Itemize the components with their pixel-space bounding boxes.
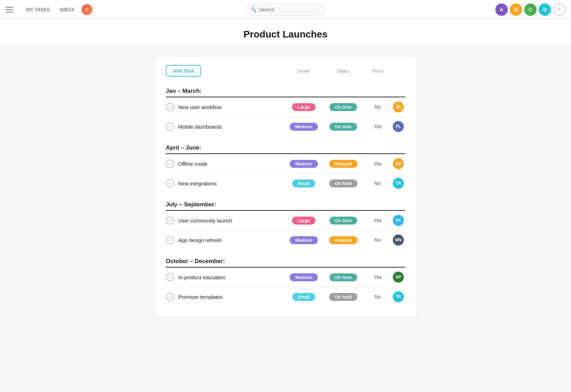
avatar-2[interactable]: B [510, 3, 522, 16]
task-name: Mobile dashboards [178, 124, 285, 130]
task-checkbox[interactable]: ✓ [166, 273, 174, 281]
search-container: 🔍 [247, 3, 325, 16]
task-press-cell: Yes [364, 161, 391, 166]
task-avatar[interactable]: TR [393, 178, 404, 189]
task-checkbox[interactable]: ✓ [166, 293, 174, 301]
task-avatar-cell: AM [391, 158, 405, 169]
task-checkbox[interactable]: ✓ [166, 179, 174, 187]
status-badge: On time [330, 217, 357, 225]
content-card: Add Task Scope Status Press Jan – March:… [155, 57, 416, 317]
task-columns: Large On time Yes DK [285, 215, 405, 226]
task-press-cell: No [364, 181, 391, 186]
task-row-3-1: ✓ Premium templates Small On hold No TR [166, 287, 405, 306]
scope-badge: Medium [290, 160, 317, 168]
task-columns: Small On hold No TR [285, 178, 405, 189]
status-badge: On hold [329, 293, 357, 301]
my-tasks-link[interactable]: MY TASKS [22, 5, 54, 14]
task-name: Offline mode [178, 161, 285, 167]
scope-badge: Small [292, 293, 315, 301]
scope-badge: Large [292, 103, 315, 111]
status-badge: On time [330, 123, 357, 131]
page-title: Product Launches [0, 29, 571, 40]
task-avatar-cell: SP [391, 272, 405, 283]
section-title-2: July – September: [166, 196, 405, 211]
task-scope-cell: Small [285, 179, 323, 187]
task-scope-cell: Medium [285, 160, 323, 168]
status-badge: Delayed [329, 236, 357, 244]
task-scope-cell: Large [285, 103, 323, 111]
task-avatar[interactable]: DK [393, 215, 404, 226]
scope-badge: Medium [290, 123, 317, 131]
task-checkbox[interactable]: ✓ [166, 236, 174, 244]
section-title-0: Jan – March: [166, 82, 405, 97]
col-header-scope: Scope [285, 68, 323, 74]
task-columns: Medium On time Yes SP [285, 272, 405, 283]
scope-badge: Medium [290, 236, 317, 244]
task-avatar-cell: TR [391, 178, 405, 189]
column-headers: Scope Status Press [285, 68, 405, 74]
hamburger-menu[interactable] [6, 4, 17, 15]
add-member-button[interactable]: + [553, 3, 565, 16]
task-columns: Large On time No JK [285, 101, 405, 112]
scope-badge: Large [292, 217, 315, 225]
task-columns: Small On hold No TR [285, 291, 405, 302]
search-icon: 🔍 [251, 7, 257, 12]
status-badge: On time [330, 273, 357, 281]
task-avatar-cell: JK [391, 101, 405, 112]
task-status-cell: On hold [323, 179, 364, 187]
section-title-1: April – June: [166, 139, 405, 154]
task-avatar[interactable]: JK [393, 101, 404, 112]
task-press-cell: Yes [364, 218, 391, 223]
task-columns: Medium On time Yes PL [285, 121, 405, 132]
task-row-3-0: ✓ In-product education Medium On time Ye… [166, 268, 405, 287]
task-scope-cell: Medium [285, 123, 323, 131]
sections-container: Jan – March: ✓ New user workflow Large O… [166, 82, 405, 306]
avatar-4[interactable]: D [539, 3, 551, 16]
task-avatar-cell: TR [391, 291, 405, 302]
search-input[interactable] [247, 3, 325, 16]
add-button[interactable]: + [82, 4, 93, 15]
task-avatar-cell: DK [391, 215, 405, 226]
scope-badge: Medium [290, 273, 317, 281]
col-header-status: Status [323, 68, 364, 74]
scope-badge: Small [292, 179, 315, 187]
task-status-cell: On time [323, 123, 364, 131]
task-name: App design refresh [178, 237, 285, 243]
task-checkbox[interactable]: ✓ [166, 160, 174, 168]
section-3: October – December: ✓ In-product educati… [166, 252, 405, 306]
section-title-3: October – December: [166, 252, 405, 268]
task-press-cell: No [364, 104, 391, 110]
task-row-0-1: ✓ Mobile dashboards Medium On time Yes P… [166, 117, 405, 136]
status-badge: Delayed [329, 160, 357, 168]
task-avatar[interactable]: AM [393, 158, 404, 169]
toolbar: Add Task Scope Status Press [166, 65, 405, 77]
task-row-0-0: ✓ New user workflow Large On time No JK [166, 97, 405, 117]
task-press-cell: Yes [364, 274, 391, 280]
nav-avatars: A B C D + [495, 3, 565, 16]
task-avatar[interactable]: SP [393, 272, 404, 283]
task-checkbox[interactable]: ✓ [166, 122, 174, 131]
task-avatar[interactable]: PL [393, 121, 404, 132]
task-checkbox[interactable]: ✓ [166, 103, 174, 111]
task-scope-cell: Large [285, 217, 323, 225]
main-content: Add Task Scope Status Press Jan – March:… [0, 46, 571, 328]
inbox-link[interactable]: INBOX [55, 5, 79, 14]
task-scope-cell: Medium [285, 236, 323, 244]
task-avatar[interactable]: MN [393, 235, 404, 246]
avatar-1[interactable]: A [495, 3, 508, 16]
nav-links: MY TASKS INBOX [22, 5, 79, 14]
task-press-cell: No [364, 294, 391, 300]
task-avatar[interactable]: TR [393, 291, 404, 302]
task-press-cell: No [364, 237, 391, 243]
task-checkbox[interactable]: ✓ [166, 216, 174, 225]
task-row-2-0: ✓ User community launch Large On time Ye… [166, 211, 405, 230]
task-columns: Medium Delayed No MN [285, 235, 405, 246]
avatar-3[interactable]: C [524, 3, 537, 16]
status-badge: On hold [329, 179, 357, 187]
task-name: User community launch [178, 218, 285, 224]
add-task-button[interactable]: Add Task [166, 65, 201, 77]
task-status-cell: On time [323, 103, 364, 111]
task-status-cell: On time [323, 217, 364, 225]
task-row-2-1: ✓ App design refresh Medium Delayed No M… [166, 230, 405, 250]
task-status-cell: On hold [323, 293, 364, 301]
